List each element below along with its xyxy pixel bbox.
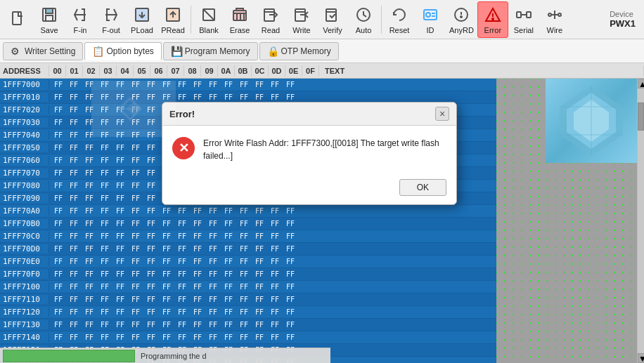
hex-cell: FF — [205, 81, 221, 88]
wire-button[interactable]: Wire — [539, 1, 570, 38]
hex-cell: FF — [159, 321, 174, 329]
hex-cell: FF — [51, 308, 66, 316]
hex-cell: FF — [159, 283, 174, 291]
reset-button[interactable]: Reset — [384, 1, 415, 38]
hex-cell: FF — [283, 321, 298, 329]
auto-button[interactable]: Auto — [348, 1, 379, 38]
erase-button[interactable]: Erase — [224, 1, 255, 38]
hex-cell: FF — [190, 334, 205, 341]
hex-cell: FF — [205, 245, 221, 253]
error-button[interactable]: Error — [477, 1, 508, 38]
new-icon — [8, 9, 28, 29]
hex-cell: FF — [252, 308, 267, 316]
address-cell: 1FFF7020 — [0, 105, 49, 114]
hex-cell: FF — [236, 81, 252, 88]
hex-cell: FF — [51, 144, 66, 152]
hex-cell: FF — [221, 270, 236, 278]
writer-setting-icon: ⚙ — [11, 46, 22, 57]
hex-cell: FF — [97, 270, 112, 278]
hex-cell: FF — [97, 334, 112, 341]
col-09: 09 — [201, 65, 218, 77]
hex-cell: FF — [221, 207, 236, 215]
hex-cell: FF — [159, 207, 174, 215]
col-0E: 0E — [285, 65, 302, 77]
pload-button[interactable]: PLoad — [127, 1, 157, 38]
hex-cell: FF — [66, 119, 82, 126]
hex-cell: FF — [112, 283, 128, 291]
save-icon — [39, 5, 59, 25]
col-06: 06 — [150, 65, 167, 77]
serial-button[interactable]: Serial — [508, 1, 539, 38]
tab-writer-setting-label: Writer Setting — [25, 46, 75, 56]
verify-button[interactable]: Verify — [317, 1, 348, 38]
hex-cell: FF — [283, 296, 298, 303]
anyrd-button[interactable]: AnyRD — [446, 1, 477, 38]
new-button[interactable] — [3, 1, 34, 38]
auto-label: Auto — [356, 26, 372, 34]
hex-cell: FF — [283, 283, 298, 291]
hex-cell: FF — [205, 207, 221, 215]
sep1 — [191, 6, 191, 34]
scrollbar-thumb[interactable] — [638, 103, 644, 131]
hex-cell: FF — [66, 207, 82, 215]
scrollbar-down[interactable]: ▼ — [638, 353, 644, 363]
hex-cell: FF — [236, 258, 252, 265]
hex-cell: FF — [51, 81, 66, 88]
tab-option-bytes[interactable]: 📋 Option bytes — [84, 42, 161, 60]
fin-button[interactable]: F-in — [65, 1, 96, 38]
address-cell: 1FFF7060 — [0, 156, 49, 165]
address-cell: 1FFF7070 — [0, 169, 49, 178]
tab-writer-setting[interactable]: ⚙ Writer Setting — [3, 42, 83, 60]
hex-cell: FF — [51, 119, 66, 126]
hex-cell: FF — [51, 182, 66, 190]
address-cell: 1FFF70C0 — [0, 232, 49, 241]
hex-cell: FF — [97, 245, 112, 253]
address-cell: 1FFF7040 — [0, 131, 49, 140]
save-button[interactable]: Save — [34, 1, 65, 38]
read-button[interactable]: Read — [255, 1, 286, 38]
hex-cell: FF — [51, 131, 66, 139]
hex-cell: FF — [143, 258, 159, 265]
hex-cell: FF — [66, 258, 82, 265]
hex-cell: FF — [174, 81, 190, 88]
scrollbar-up[interactable]: ▲ — [638, 79, 644, 88]
hex-cell: FF — [128, 220, 143, 227]
id-button[interactable]: ID — [415, 1, 446, 38]
hex-cell: FF — [97, 258, 112, 265]
hex-cell: FF — [267, 81, 283, 88]
hex-cell: FF — [252, 207, 267, 215]
hex-cell: FF — [252, 81, 267, 88]
hex-cell: FF — [66, 106, 82, 114]
hex-cell: FF — [190, 308, 205, 316]
write-button[interactable]: Write — [286, 1, 317, 38]
hex-cell: FF — [97, 144, 112, 152]
hex-cell: FF — [283, 245, 298, 253]
ok-button[interactable]: OK — [399, 179, 446, 196]
hex-cell: FF — [143, 220, 159, 227]
tab-otp-memory[interactable]: 🔒 OTP Memory — [259, 42, 339, 60]
col-0F: 0F — [302, 65, 319, 77]
blank-button[interactable]: Blank — [193, 1, 224, 38]
hex-cell: FF — [221, 232, 236, 240]
fout-button[interactable]: F-out — [96, 1, 127, 38]
dialog-close-button[interactable]: × — [435, 107, 449, 121]
table-row: 1FFF7120FFFFFFFFFFFFFFFFFFFFFFFFFFFFFFFF — [0, 306, 496, 319]
address-cell: 1FFF7100 — [0, 282, 49, 291]
logo-svg — [105, 88, 162, 130]
hex-cell: FF — [112, 308, 128, 316]
tab-program-memory[interactable]: 💾 Program Memory — [163, 42, 258, 60]
hex-cell: FF — [236, 207, 252, 215]
hex-cell: FF — [143, 194, 159, 202]
address-cell: 1FFF70E0 — [0, 257, 49, 266]
vertical-scrollbar[interactable]: ▲ ▼ — [637, 79, 644, 363]
hex-cell: FF — [205, 283, 221, 291]
pread-button[interactable]: PRead — [157, 1, 188, 38]
hex-cell: FF — [174, 296, 190, 303]
read-icon — [261, 5, 281, 25]
error-circle-icon: ✕ — [172, 137, 195, 159]
dialog-body: ✕ Error Write Flash Addr: 1FFF7300,[[001… — [162, 126, 456, 173]
fin-label: F-in — [74, 26, 87, 34]
hex-cell: FF — [66, 232, 82, 240]
hex-cell: FF — [51, 157, 66, 164]
programming-label: Programming the d — [141, 352, 207, 360]
